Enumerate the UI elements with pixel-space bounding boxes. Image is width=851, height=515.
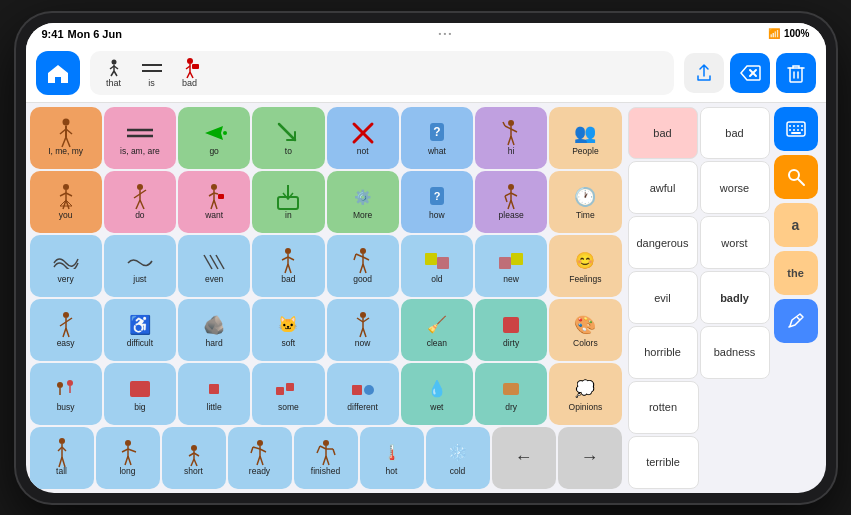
cell-go[interactable]: go: [178, 107, 250, 169]
cell-you[interactable]: you: [30, 171, 102, 233]
svg-line-28: [279, 124, 295, 140]
cell-is-am-are[interactable]: is, am, are: [104, 107, 176, 169]
grid-row-6: tall long short: [30, 427, 622, 489]
cell-new[interactable]: new: [475, 235, 547, 297]
word-worse[interactable]: worse: [700, 161, 770, 214]
word-worst[interactable]: worst: [700, 216, 770, 269]
word-dangerous[interactable]: dangerous: [628, 216, 698, 269]
toolbar: that is: [26, 45, 826, 103]
cell-even[interactable]: even: [178, 235, 250, 297]
cell-to[interactable]: to: [252, 107, 324, 169]
cell-bad[interactable]: bad: [252, 235, 324, 297]
toolbar-actions: [684, 53, 816, 93]
cell-busy[interactable]: busy: [30, 363, 102, 425]
cell-dirty[interactable]: dirty: [475, 299, 547, 361]
sentence-item-bad: bad: [176, 58, 204, 88]
delete-char-button[interactable]: [730, 53, 770, 93]
cell-some[interactable]: some: [252, 363, 324, 425]
cell-now[interactable]: now: [327, 299, 399, 361]
cell-do[interactable]: do: [104, 171, 176, 233]
word-terrible[interactable]: terrible: [628, 436, 699, 489]
cell-time[interactable]: 🕐 Time: [549, 171, 621, 233]
cell-little[interactable]: little: [178, 363, 250, 425]
cell-label: I, me, my: [48, 147, 83, 156]
cell-more[interactable]: ⚙️ More: [327, 171, 399, 233]
word-bad-1[interactable]: bad: [628, 107, 698, 160]
share-button[interactable]: [684, 53, 724, 93]
cell-in[interactable]: in: [252, 171, 324, 233]
cell-finished[interactable]: finished: [294, 427, 358, 489]
cell-please[interactable]: please: [475, 171, 547, 233]
symbol-grid: I, me, my is, am, are go: [26, 103, 626, 493]
word-awful[interactable]: awful: [628, 161, 698, 214]
cell-not[interactable]: not: [327, 107, 399, 169]
word-the-button[interactable]: the: [774, 251, 818, 295]
svg-line-131: [191, 459, 194, 466]
word-a-button[interactable]: a: [774, 203, 818, 247]
cell-old[interactable]: old: [401, 235, 473, 297]
pencil-button[interactable]: [774, 299, 818, 343]
svg-line-99: [357, 318, 363, 322]
word-row-1: bad bad: [628, 107, 770, 160]
svg-line-39: [511, 136, 514, 145]
cell-hard[interactable]: 🪨 hard: [178, 299, 250, 361]
cell-people[interactable]: 👥 People: [549, 107, 621, 169]
svg-rect-90: [499, 257, 511, 269]
svg-line-146: [323, 456, 326, 465]
cell-wet[interactable]: 💧 wet: [401, 363, 473, 425]
cell-opinions[interactable]: 💭 Opinions: [549, 363, 621, 425]
svg-line-82: [356, 254, 363, 257]
search-button[interactable]: [774, 155, 818, 199]
cell-what[interactable]: ? what: [401, 107, 473, 169]
cell-i-me-my[interactable]: I, me, my: [30, 107, 102, 169]
delete-all-button[interactable]: [776, 53, 816, 93]
cell-feelings[interactable]: 😊 Feelings: [549, 235, 621, 297]
home-button[interactable]: [36, 51, 80, 95]
svg-line-68: [511, 193, 517, 196]
cell-want[interactable]: want: [178, 171, 250, 233]
cell-big[interactable]: big: [104, 363, 176, 425]
is-icon: [138, 58, 166, 78]
word-evil[interactable]: evil: [628, 271, 698, 324]
cell-very[interactable]: very: [30, 235, 102, 297]
svg-line-67: [505, 196, 507, 202]
cell-colors[interactable]: 🎨 Colors: [549, 299, 621, 361]
cell-hi[interactable]: hi: [475, 107, 547, 169]
svg-line-51: [136, 200, 140, 209]
is-label: is: [148, 78, 155, 88]
cell-label: busy: [57, 403, 75, 412]
word-rotten[interactable]: rotten: [628, 381, 699, 434]
cell-good[interactable]: good: [327, 235, 399, 297]
cell-label: now: [355, 339, 371, 348]
cell-just[interactable]: just: [104, 235, 176, 297]
svg-point-113: [364, 385, 374, 395]
cell-cold[interactable]: ❄️ cold: [426, 427, 490, 489]
cell-how[interactable]: ? how: [401, 171, 473, 233]
cell-hot[interactable]: 🌡️ hot: [360, 427, 424, 489]
word-badness[interactable]: badness: [700, 326, 770, 379]
cell-long[interactable]: long: [96, 427, 160, 489]
cell-label: in: [285, 211, 292, 220]
word-bad-2[interactable]: bad: [700, 107, 770, 160]
svg-line-126: [128, 456, 131, 465]
cell-forward[interactable]: →: [558, 427, 622, 489]
cell-short[interactable]: short: [162, 427, 226, 489]
word-badly[interactable]: badly: [700, 271, 770, 324]
cell-difficult[interactable]: ♿ difficult: [104, 299, 176, 361]
cell-easy[interactable]: easy: [30, 299, 102, 361]
screen: 9:41 Mon 6 Jun • • • 📶 100%: [26, 23, 826, 493]
cell-dry[interactable]: dry: [475, 363, 547, 425]
cell-back[interactable]: ←: [492, 427, 556, 489]
cell-label: different: [347, 403, 378, 412]
svg-point-33: [508, 120, 514, 126]
cell-ready[interactable]: ready: [228, 427, 292, 489]
keyboard-button[interactable]: [774, 107, 818, 151]
word-horrible[interactable]: horrible: [628, 326, 698, 379]
cell-label: dry: [505, 403, 517, 412]
cell-tall[interactable]: tall: [30, 427, 94, 489]
svg-rect-89: [511, 253, 523, 265]
cell-clean[interactable]: 🧹 clean: [401, 299, 473, 361]
cell-soft[interactable]: 🐱 soft: [252, 299, 324, 361]
cell-label: go: [209, 147, 218, 156]
cell-different[interactable]: different: [327, 363, 399, 425]
